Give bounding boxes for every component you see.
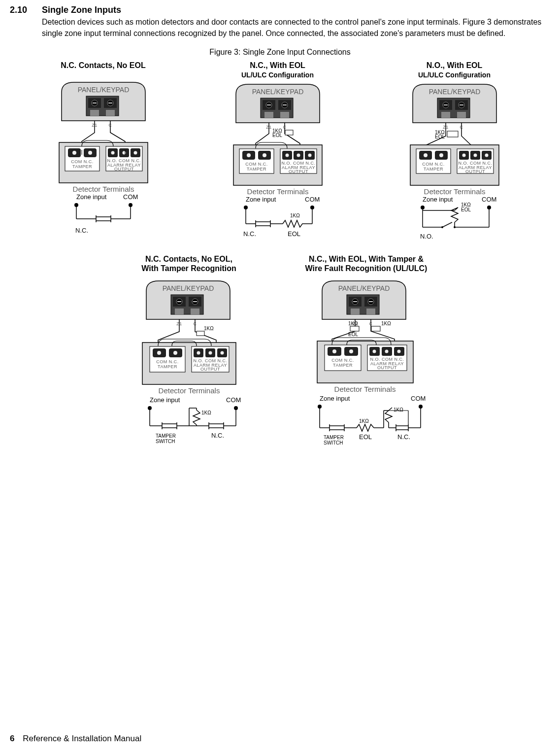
svg-text:COM N.C.: COM N.C. [331,358,354,363]
section-number: 2.10 [10,5,42,15]
svg-text:Zone input: Zone input [423,196,453,203]
svg-text:COM N.C.: COM N.C. [422,162,445,167]
svg-point-233 [372,349,376,353]
svg-text:1KΩ: 1KΩ [359,418,369,424]
svg-rect-7 [90,110,99,116]
svg-text:OUTPUT: OUTPUT [465,169,485,174]
svg-rect-153 [191,309,199,314]
svg-point-234 [385,349,388,353]
svg-text:TAMPER: TAMPER [158,364,177,369]
svg-text:COM: COM [305,196,320,203]
svg-text:TAMPER: TAMPER [156,433,176,439]
diagram-b-svg: PANEL/KEYPAD Z1 C [211,82,344,249]
svg-point-225 [332,349,336,353]
svg-rect-216 [350,326,359,331]
svg-rect-102 [441,112,450,118]
svg-text:SWITCH: SWITCH [324,440,343,446]
svg-point-123 [485,153,488,157]
svg-text:EOL: EOL [435,134,445,139]
svg-text:PANEL/KEYPAD: PANEL/KEYPAD [252,88,303,96]
svg-text:Zone input: Zone input [150,396,180,404]
svg-point-25 [133,151,137,154]
svg-text:N.C.: N.C. [75,227,88,234]
panel-label: PANEL/KEYPAD [77,86,129,94]
diagram-subtitle: UL/ULC Configuration [388,71,521,79]
diagram-row-2: N.C. Contacts, No EOL, With Tamper Recog… [0,254,560,453]
diagram-title-line2: With Tamper Recognition [118,264,261,273]
svg-rect-217 [371,326,380,331]
svg-rect-54 [280,112,289,118]
section-body: Detection devices such as motion detecto… [42,16,555,39]
svg-text:OUTPUT: OUTPUT [289,169,308,174]
svg-text:Detector Terminals: Detector Terminals [72,185,134,193]
diagram-d-svg: PANEL/KEYPAD Z1 C 1KΩ [118,276,261,453]
diagram-a-svg: PANEL/KEYPAD Z1 C [39,73,167,241]
diagram-title-line1: N.C., With EOL, With Tamper & [290,254,443,264]
diagram-title: N.C. Contacts, No EOL [39,61,167,70]
svg-text:EOL: EOL [272,133,282,138]
svg-text:1KΩ: 1KΩ [348,321,358,326]
svg-text:OUTPUT: OUTPUT [200,367,220,372]
svg-text:N.C.: N.C. [243,230,256,238]
svg-point-113 [424,153,428,157]
svg-point-162 [157,351,161,355]
svg-rect-212 [351,309,360,314]
svg-text:N.O.: N.O. [420,233,433,240]
svg-text:1KΩ: 1KΩ [381,321,391,326]
diagram-nc-no-eol: N.C. Contacts, No EOL PANEL/KEYPAD [39,61,167,249]
diagram-no-with-eol: N.O., With EOL UL/ULC Configuration PANE… [388,61,521,249]
svg-text:PANEL/KEYPAD: PANEL/KEYPAD [162,284,214,292]
svg-text:COM: COM [226,396,241,404]
svg-text:COM: COM [123,193,138,201]
section-header: 2.10 Single Zone Inputs Detection device… [0,5,560,39]
svg-point-170 [197,351,200,354]
svg-text:TAMPER: TAMPER [424,167,443,172]
svg-text:TAMPER: TAMPER [333,363,353,368]
svg-text:1KΩ: 1KΩ [290,213,300,218]
svg-text:1KΩ: 1KΩ [394,407,403,412]
svg-text:Detector Terminals: Detector Terminals [334,385,395,393]
svg-point-172 [220,351,224,354]
svg-text:OUTPUT: OUTPUT [377,365,397,370]
diagram-c-svg: PANEL/KEYPAD Z1 C 1KΩ EOL [388,82,521,249]
svg-text:Detector Terminals: Detector Terminals [247,187,308,196]
svg-text:PANEL/KEYPAD: PANEL/KEYPAD [428,88,480,96]
diagram-row-1: N.C. Contacts, No EOL PANEL/KEYPAD [0,61,560,249]
svg-text:1KΩ: 1KΩ [201,410,211,415]
svg-text:TAMPER: TAMPER [324,435,344,440]
svg-text:Zone input: Zone input [246,196,276,203]
svg-text:Zone input: Zone input [320,395,350,402]
svg-point-74 [308,153,311,157]
svg-rect-57 [285,130,293,135]
svg-text:Detector Terminals: Detector Terminals [424,187,485,196]
svg-text:N.C.: N.C. [397,433,410,441]
footer-text: Reference & Installation Manual [23,734,141,743]
svg-point-139 [454,226,456,228]
svg-point-171 [208,351,212,354]
diagram-title: N.O., With EOL [388,61,521,70]
svg-text:COM N.C.: COM N.C. [156,359,179,364]
svg-rect-53 [264,112,273,118]
svg-text:EOL: EOL [348,332,358,337]
diagram-subtitle: UL/ULC Configuration [211,71,344,79]
svg-point-226 [349,349,353,353]
svg-text:COM N.C.: COM N.C. [245,162,268,167]
svg-rect-213 [366,309,375,314]
diagram-title-line1: N.C. Contacts, No EOL, [118,254,261,264]
svg-point-73 [296,153,300,157]
svg-point-121 [462,153,465,157]
svg-point-163 [173,351,177,355]
page-footer: 6 Reference & Installation Manual [10,734,141,744]
figure-caption: Figure 3: Single Zone Input Connections [0,48,560,57]
svg-point-23 [111,151,114,154]
svg-line-140 [442,222,452,227]
svg-point-65 [263,153,266,157]
svg-text:Zone input: Zone input [76,193,107,201]
svg-text:EOL: EOL [288,230,300,238]
svg-text:TAMPER: TAMPER [72,164,92,169]
diagram-title: N.C., With EOL [211,61,344,70]
section-title: Single Zone Inputs [42,5,555,15]
svg-rect-106 [447,131,458,137]
svg-text:COM N.C.: COM N.C. [71,159,94,164]
svg-text:Detector Terminals: Detector Terminals [158,386,220,395]
